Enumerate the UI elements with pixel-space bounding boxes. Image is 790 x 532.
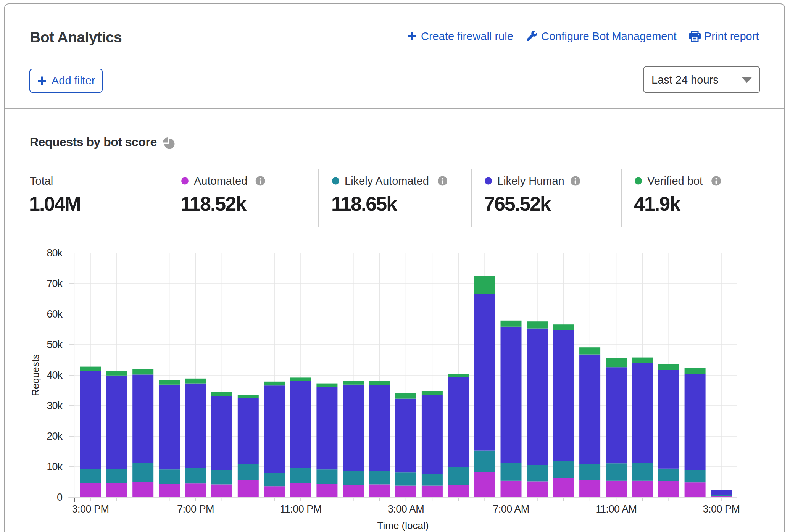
svg-text:3:00 AM: 3:00 AM [388, 503, 424, 515]
svg-text:Verified bot: Verified bot [647, 175, 703, 187]
svg-text:10k: 10k [47, 461, 63, 472]
svg-text:7:00 PM: 7:00 PM [177, 503, 214, 515]
svg-text:40k: 40k [47, 369, 63, 381]
svg-text:765.52k: 765.52k [484, 193, 551, 215]
svg-text:7:00 AM: 7:00 AM [493, 503, 529, 515]
svg-text:Automated: Automated [194, 175, 247, 187]
svg-text:60k: 60k [47, 308, 63, 320]
svg-text:80k: 80k [47, 247, 63, 259]
svg-text:3:00 PM: 3:00 PM [72, 503, 109, 515]
svg-text:Total: Total [30, 175, 53, 187]
svg-text:30k: 30k [47, 400, 63, 411]
svg-text:20k: 20k [47, 430, 63, 442]
svg-text:Likely Automated: Likely Automated [345, 175, 429, 187]
svg-text:70k: 70k [47, 278, 63, 289]
svg-text:Requests: Requests [30, 354, 41, 396]
svg-text:118.65k: 118.65k [331, 193, 397, 215]
svg-text:118.52k: 118.52k [181, 193, 247, 215]
svg-text:0: 0 [57, 492, 62, 503]
svg-text:Likely Human: Likely Human [497, 175, 564, 187]
svg-text:41.9k: 41.9k [634, 193, 680, 215]
svg-text:3:00 PM: 3:00 PM [703, 503, 740, 515]
svg-text:1.04M: 1.04M [29, 193, 81, 215]
svg-text:Time (local): Time (local) [377, 520, 429, 531]
svg-text:Requests by bot score: Requests by bot score [30, 135, 157, 149]
svg-text:50k: 50k [47, 339, 63, 350]
svg-text:11:00 AM: 11:00 AM [595, 503, 637, 515]
svg-text:11:00 PM: 11:00 PM [280, 503, 322, 515]
